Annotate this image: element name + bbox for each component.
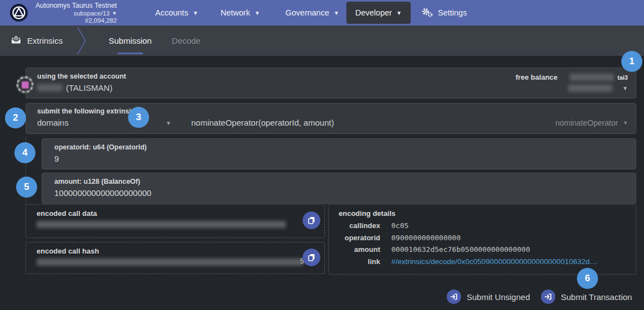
tab-decode[interactable]: Decode [172, 25, 201, 56]
encoding-row-callindex: callindex 0c05 [329, 220, 636, 232]
encoded-call-data-section: encoded call data [25, 204, 325, 238]
account-dropdown-chevron-icon[interactable]: ▼ [622, 85, 628, 91]
annotation-badge-3: 3 [128, 107, 149, 128]
operatorid-value: 0900000000000000 [391, 234, 461, 242]
annotation-badge-1: 1 [621, 51, 642, 72]
copy-call-hash-button[interactable] [303, 249, 320, 266]
operatorid-label: operatorid [329, 234, 380, 242]
account-identicon [17, 76, 33, 93]
param-amount: amount: u128 (BalanceOf) 100000000000000… [42, 173, 636, 204]
section-chevron-icon[interactable]: ▼ [166, 120, 171, 126]
runtime-selector[interactable]: subspace/13 ▼ [74, 10, 117, 18]
sign-in-icon [541, 290, 555, 304]
submit-unsigned-label: Submit Unsigned [467, 292, 530, 302]
secondary-balance-redacted [568, 85, 612, 92]
chevron-down-icon: ▼ [193, 10, 198, 16]
param-operatorid: operatorId: u64 (OperatorId) 9 [42, 138, 636, 169]
extrinsic-label: submit the following extrinsic [37, 107, 135, 115]
free-balance-value-redacted [570, 74, 614, 81]
extrinsic-selector: submit the following extrinsic domains ▼… [25, 103, 636, 134]
encoding-row-amount: amount 000010632d5ec76b0500000000000000 [329, 244, 636, 256]
encoded-call-data-redacted [37, 221, 286, 228]
callindex-value: 0c05 [391, 221, 408, 230]
app-header: Extrinsics [11, 25, 63, 56]
account-name-suffix: (TALISMAN) [66, 83, 113, 92]
decode-link[interactable]: #/extrinsics/decode/0x0c0509000000000000… [391, 257, 597, 266]
account-info: using the selected account (TALISMAN) [37, 73, 126, 92]
tab-decode-label: Decode [172, 36, 201, 45]
chevron-down-icon: ▼ [396, 10, 402, 16]
annotation-badge-4: 4 [14, 142, 35, 163]
top-navbar: Autonomys Taurus Testnet subspace/13 ▼ #… [0, 0, 644, 25]
method-signature[interactable]: nominateOperator(operatorId, amount) [191, 118, 334, 127]
submit-transaction-label: Submit Transaction [561, 292, 632, 302]
amount-value: 000010632d5ec76b0500000000000000 [391, 245, 530, 254]
copy-icon [308, 254, 315, 261]
method-select-value: nominateOperator [555, 118, 618, 127]
free-balance-label: free balance [515, 73, 558, 81]
page-title: Extrinsics [27, 36, 63, 45]
encoding-details-section: encoding details callindex 0c05 operator… [328, 204, 636, 275]
submit-transaction-button[interactable]: Submit Transaction [541, 290, 632, 304]
amount-label: amount [329, 245, 380, 254]
method-chevron-icon: ▼ [623, 120, 628, 126]
menu-governance-label: Governance [285, 8, 329, 17]
menu-governance[interactable]: Governance ▼ [285, 0, 339, 25]
menu-network-label: Network [221, 8, 250, 17]
link-label: link [329, 257, 380, 266]
tab-submission[interactable]: Submission [109, 25, 152, 56]
menu-accounts[interactable]: Accounts ▼ [155, 0, 198, 25]
chevron-down-icon: ▼ [112, 10, 117, 18]
breadcrumb-chevron-icon [76, 26, 88, 58]
balance-info: free balance tai3 ▼ [515, 73, 628, 92]
copy-call-data-button[interactable] [303, 211, 320, 229]
menu-developer[interactable]: Developer ▼ [346, 2, 411, 24]
annotation-badge-5: 5 [16, 177, 37, 198]
tab-bar: Extrinsics Submission Decode [0, 25, 644, 56]
menu-settings-label: Settings [438, 8, 467, 17]
gears-icon [421, 8, 433, 18]
param-amount-label: amount: u128 (BalanceOf) [54, 178, 140, 185]
active-tab-underline [117, 53, 143, 54]
param-amount-input[interactable]: 100000000000000000000 [54, 188, 151, 198]
encoded-call-hash-section: encoded call hash 5 [25, 242, 325, 274]
account-name-redacted [37, 84, 63, 91]
param-operatorid-label: operatorId: u64 (OperatorId) [54, 143, 147, 151]
submit-unsigned-button[interactable]: Submit Unsigned [447, 290, 530, 304]
tab-submission-label: Submission [109, 36, 152, 45]
menu-developer-label: Developer [355, 8, 392, 17]
account-label: using the selected account [37, 73, 126, 80]
section-select[interactable]: domains [37, 118, 69, 127]
annotation-badge-2: 2 [5, 107, 26, 128]
chain-name: Autonomys Taurus Testnet [35, 2, 117, 10]
chevron-down-icon: ▼ [254, 10, 260, 16]
method-select[interactable]: nominateOperator ▼ [555, 118, 628, 127]
chevron-down-icon: ▼ [334, 10, 339, 16]
sign-in-icon [447, 290, 461, 304]
menu-accounts-label: Accounts [155, 8, 188, 17]
encoded-call-data-label: encoded call data [37, 209, 97, 218]
runtime-version: subspace/13 [74, 10, 110, 18]
annotation-badge-6: 6 [577, 268, 598, 289]
encoding-details-title: encoding details [339, 209, 396, 218]
block-number: #2,094,282 [85, 17, 117, 25]
encoding-row-operatorid: operatorid 0900000000000000 [329, 232, 636, 244]
encoded-call-hash-redacted [37, 259, 304, 266]
callindex-label: callindex [329, 221, 380, 230]
encoded-call-hash-label: encoded call hash [37, 247, 99, 255]
extrinsics-envelope-icon [11, 35, 21, 46]
chain-info: Autonomys Taurus Testnet subspace/13 ▼ #… [35, 2, 117, 25]
encoding-row-link: link #/extrinsics/decode/0x0c05090000000… [329, 256, 636, 268]
autonomys-logo-icon[interactable] [10, 4, 28, 22]
token-unit: tai3 [617, 74, 628, 81]
account-selector[interactable]: using the selected account (TALISMAN) fr… [25, 68, 636, 99]
menu-settings[interactable]: Settings [421, 0, 467, 25]
param-operatorid-input[interactable]: 9 [54, 154, 59, 163]
menu-network[interactable]: Network ▼ [221, 0, 260, 25]
copy-icon [308, 216, 315, 224]
